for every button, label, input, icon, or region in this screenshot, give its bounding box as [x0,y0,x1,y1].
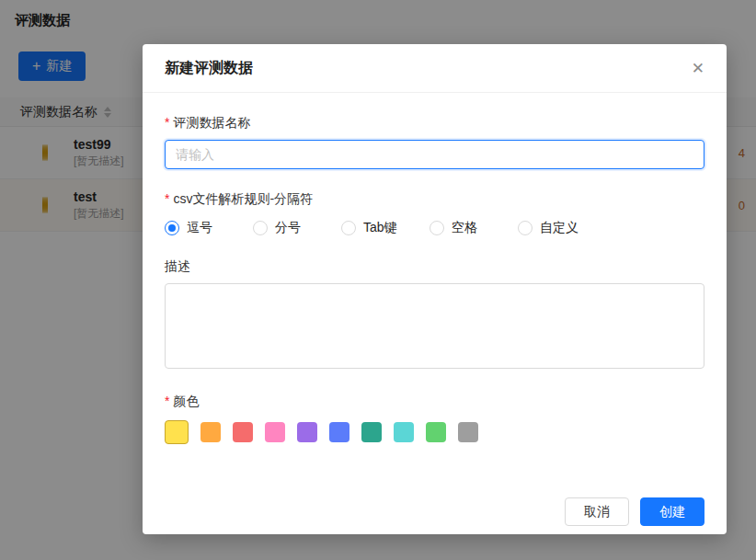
required-mark: * [165,394,169,408]
modal-footer: 取消 创建 [143,486,727,546]
name-field-label: 评测数据名称 [173,115,250,130]
radio-semicolon[interactable]: 分号 [253,220,341,236]
radio-icon [253,221,268,235]
radio-label: 自定义 [540,220,578,236]
color-swatch-green[interactable] [426,422,446,442]
create-dataset-modal: 新建评测数据 ✕ *评测数据名称 *csv文件解析规则-分隔符 逗号 分号 [143,44,727,534]
radio-label: 分号 [275,220,301,236]
radio-custom[interactable]: 自定义 [518,220,578,236]
description-field-label: 描述 [165,258,704,275]
color-swatch-red[interactable] [233,422,253,442]
radio-label: Tab键 [363,220,397,236]
color-swatch-cyan[interactable] [394,422,414,442]
required-mark: * [165,191,169,206]
color-swatch-pink[interactable] [265,422,285,442]
color-swatch-purple[interactable] [297,422,317,442]
name-input[interactable] [165,140,704,169]
name-field: *评测数据名称 [165,115,704,169]
color-field: *颜色 [165,394,704,442]
color-swatch-yellow[interactable] [165,420,189,444]
radio-comma[interactable]: 逗号 [165,220,253,236]
color-swatch-blue[interactable] [329,422,349,442]
delimiter-field: *csv文件解析规则-分隔符 逗号 分号 Tab键 空格 [165,191,704,236]
modal-header: 新建评测数据 ✕ [143,44,727,93]
color-swatch-row [165,422,704,442]
delimiter-field-label: csv文件解析规则-分隔符 [173,191,313,206]
modal-body: *评测数据名称 *csv文件解析规则-分隔符 逗号 分号 Tab键 [143,93,727,486]
color-field-label: 颜色 [173,394,199,408]
modal-title: 新建评测数据 [165,59,253,78]
color-swatch-orange[interactable] [200,422,221,442]
radio-icon [341,221,356,235]
color-swatch-gray[interactable] [458,422,478,442]
color-swatch-teal[interactable] [361,422,382,442]
description-textarea[interactable] [165,283,704,369]
radio-icon [430,221,444,235]
radio-icon [165,221,179,235]
radio-icon [518,221,533,235]
radio-space[interactable]: 空格 [430,220,518,236]
close-icon[interactable]: ✕ [692,61,704,76]
radio-label: 逗号 [187,220,212,236]
create-button[interactable]: 创建 [640,497,704,526]
required-mark: * [165,115,169,130]
description-field: 描述 [165,258,704,371]
cancel-button[interactable]: 取消 [565,497,629,526]
radio-tab[interactable]: Tab键 [341,220,430,236]
delimiter-radio-group: 逗号 分号 Tab键 空格 自定义 [165,220,704,236]
radio-label: 空格 [452,220,477,236]
